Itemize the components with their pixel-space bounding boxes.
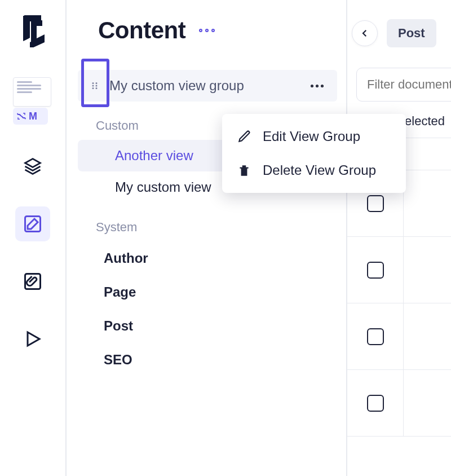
menu-edit-label: Edit View Group — [263, 129, 360, 144]
row-checkbox[interactable] — [367, 395, 384, 412]
system-item-seo[interactable]: SEO — [67, 343, 346, 377]
view-group-row[interactable]: My custom view group — [78, 70, 337, 102]
model-badge: M — [13, 108, 48, 125]
row-checkbox[interactable] — [367, 195, 384, 212]
system-section-label: System — [67, 220, 346, 235]
view-group-more-button[interactable] — [307, 81, 327, 91]
documents-panel: Post 0 items selected — [347, 0, 451, 476]
svg-point-3 — [96, 82, 98, 84]
system-item-page[interactable]: Page — [67, 275, 346, 309]
app-logo — [20, 15, 46, 47]
system-item-post[interactable]: Post — [67, 309, 346, 343]
page-more-button[interactable] — [196, 25, 218, 36]
nav-play[interactable] — [15, 321, 50, 356]
table-row — [347, 237, 451, 303]
chevron-left-icon — [360, 28, 370, 38]
row-checkbox[interactable] — [367, 262, 384, 279]
view-group-title: My custom view group — [109, 78, 307, 94]
content-panel: Content My custom view group Custom Anot… — [67, 0, 347, 476]
nav-layers[interactable] — [15, 149, 50, 184]
menu-edit-view-group[interactable]: Edit View Group — [222, 120, 406, 153]
layers-icon — [23, 156, 43, 177]
row-checkbox[interactable] — [367, 328, 384, 345]
view-group-context-menu: Edit View Group Delete View Group — [222, 114, 406, 193]
drag-handle-icon[interactable] — [83, 81, 106, 91]
menu-delete-label: Delete View Group — [263, 162, 376, 178]
svg-point-7 — [96, 87, 98, 89]
svg-point-2 — [92, 82, 94, 84]
nav-models-thumbnail[interactable]: M — [13, 76, 52, 126]
back-button[interactable] — [352, 20, 378, 46]
page-title: Content — [98, 17, 185, 44]
nav-media[interactable] — [15, 264, 50, 299]
pencil-icon — [237, 129, 251, 144]
table-row — [347, 303, 451, 370]
attachment-square-icon — [23, 271, 43, 292]
system-item-author[interactable]: Author — [67, 241, 346, 275]
model-badge-letter: M — [29, 111, 37, 122]
svg-point-5 — [96, 85, 98, 87]
trash-icon — [237, 163, 251, 178]
post-type-button[interactable]: Post — [387, 19, 436, 47]
edit-square-icon — [23, 214, 43, 234]
table-row — [347, 370, 451, 437]
thumbnail-preview — [13, 77, 51, 107]
nav-content[interactable] — [15, 206, 50, 241]
icon-sidebar: M — [0, 0, 67, 476]
svg-point-4 — [92, 85, 94, 87]
filter-documents-input[interactable] — [356, 68, 451, 102]
svg-point-6 — [92, 87, 94, 89]
play-icon — [23, 329, 43, 349]
menu-delete-view-group[interactable]: Delete View Group — [222, 153, 406, 187]
